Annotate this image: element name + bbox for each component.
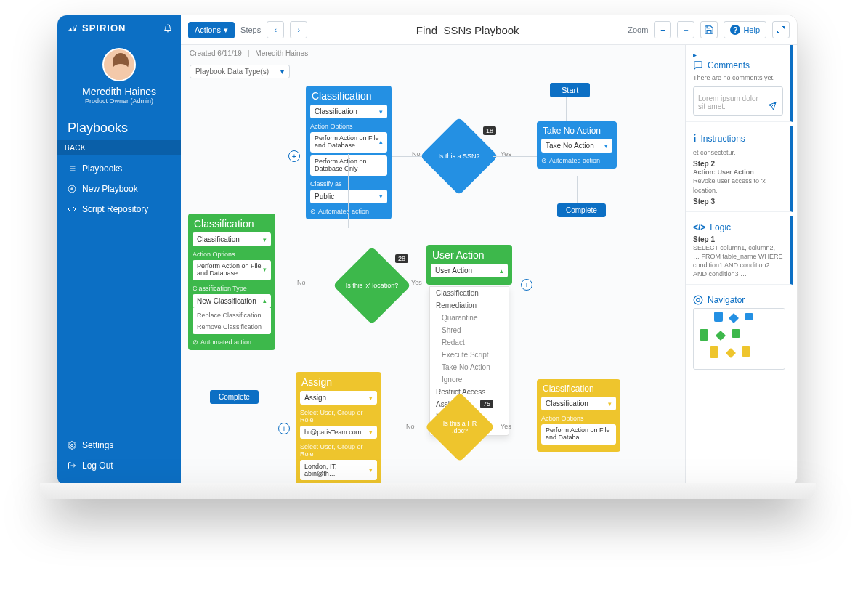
- edge-no-3: No: [406, 423, 415, 430]
- svg-point-2: [694, 296, 702, 304]
- back-bar[interactable]: BACK: [57, 140, 181, 155]
- svg-point-3: [697, 299, 700, 302]
- svg-point-1: [71, 445, 73, 447]
- brand-logo: SPIRION: [66, 23, 126, 33]
- profile: Meredith Haines Product Owner (Admin): [57, 41, 181, 113]
- node-take-no-action[interactable]: Take No Action Take No Action▾ ⊘ Automat…: [537, 121, 617, 169]
- nav-new-playbook[interactable]: New Playbook: [57, 179, 181, 199]
- nav-playbooks[interactable]: Playbooks: [57, 158, 181, 179]
- panel-navigator: Navigator: [686, 289, 793, 376]
- bell-icon[interactable]: [163, 24, 172, 33]
- steps-label: Steps: [240, 25, 261, 34]
- help-button[interactable]: ? Help: [724, 21, 766, 38]
- select-action-opt-y[interactable]: Perform Action on File and Databa…: [541, 424, 616, 445]
- info-icon: i: [693, 132, 696, 145]
- send-icon[interactable]: [766, 102, 778, 110]
- nav-script-repo[interactable]: Script Repository: [57, 199, 181, 219]
- badge-28: 28: [395, 254, 408, 263]
- complete-1[interactable]: Complete: [557, 203, 606, 217]
- select-classification[interactable]: Classification▾: [310, 105, 387, 118]
- fullscreen-button[interactable]: [772, 21, 790, 38]
- badge-75: 75: [480, 400, 493, 408]
- data-type-select[interactable]: Playbook Data Type(s)▾: [190, 65, 290, 78]
- node-classification-green[interactable]: Classification Classification▾ Action Op…: [188, 214, 275, 350]
- add-node-button[interactable]: +: [288, 150, 300, 162]
- sidebar: SPIRION Meredith Haines Product Owner (A…: [57, 15, 181, 486]
- node-classification-blue[interactable]: Classification Classification▾ Action Op…: [306, 86, 392, 219]
- panel-comments: ▸ Comments There are no comments yet. Lo…: [686, 45, 793, 122]
- meta-row: Created 6/11/19 | Meredith Haines: [181, 45, 685, 62]
- select-user2[interactable]: London, IT, abin@th…▾: [300, 460, 377, 480]
- opt-replace[interactable]: Replace Classification: [193, 309, 271, 321]
- select-class-type[interactable]: New Classification▴: [193, 294, 271, 308]
- add-node-button-3[interactable]: +: [278, 423, 290, 434]
- panel-logic: </> Logic Step 1 SELECT column1, column2…: [686, 216, 793, 285]
- nav-logout[interactable]: Log Out: [57, 455, 181, 476]
- mini-map[interactable]: [693, 308, 785, 370]
- start-node[interactable]: Start: [550, 83, 590, 97]
- collapse-icon[interactable]: ▸: [693, 51, 783, 59]
- select-action-opt-g[interactable]: Perform Action on File and Database▾: [193, 260, 271, 280]
- zoom-in-button[interactable]: +: [654, 21, 671, 38]
- help-icon: ?: [730, 25, 740, 35]
- profile-role: Product Owner (Admin): [63, 97, 175, 105]
- select-classify-as[interactable]: Public▾: [310, 190, 387, 203]
- actions-button[interactable]: Actions ▾: [188, 22, 235, 38]
- select-classification-g[interactable]: Classification▾: [193, 232, 271, 246]
- step-prev-button[interactable]: ‹: [267, 21, 284, 38]
- target-icon: [693, 295, 703, 305]
- panel-instructions: i Instructions et consectetur. Step 2 Ac…: [686, 126, 793, 212]
- edge-no-2: No: [297, 279, 306, 286]
- save-button[interactable]: [700, 21, 718, 38]
- opt-remove[interactable]: Remove Classification: [193, 321, 271, 333]
- avatar[interactable]: [102, 48, 136, 81]
- nav-settings[interactable]: Settings: [57, 435, 181, 455]
- node-assign[interactable]: Assign Assign▾ Select User, Group or Rol…: [296, 372, 381, 486]
- code-icon: </>: [693, 222, 705, 232]
- select-assign[interactable]: Assign▾: [300, 391, 377, 405]
- check-automated[interactable]: ⊘ Automated action: [310, 206, 387, 215]
- badge-18: 18: [483, 126, 496, 135]
- node-classification-yellow[interactable]: Classification Classification▾ Action Op…: [537, 379, 620, 452]
- select-take-no-action[interactable]: Take No Action▾: [541, 139, 612, 153]
- node-user-action[interactable]: User Action User Action▴: [426, 245, 512, 285]
- select-user-action[interactable]: User Action▴: [431, 264, 508, 277]
- select-action-opt1[interactable]: Perform Action on File and Database▴: [310, 132, 387, 153]
- comment-icon: [693, 60, 703, 70]
- playbook-title: Find_SSNs Playbook: [313, 24, 622, 36]
- zoom-out-button[interactable]: −: [677, 21, 694, 38]
- select-action-opt2[interactable]: Perform Action on Database Only: [310, 155, 387, 176]
- profile-name: Meredith Haines: [63, 86, 175, 97]
- section-title: Playbooks: [57, 113, 181, 140]
- complete-2[interactable]: Complete: [210, 390, 259, 404]
- right-panel: ▸ Comments There are no comments yet. Lo…: [685, 45, 797, 486]
- canvas[interactable]: Start Classification Classification▾ Act…: [181, 81, 685, 486]
- select-user1[interactable]: hr@parisTeam.com▾: [300, 426, 377, 439]
- select-classification-y[interactable]: Classification▾: [541, 397, 616, 410]
- zoom-label: Zoom: [628, 25, 648, 34]
- edge-no: No: [412, 150, 421, 158]
- topbar: Actions ▾ Steps ‹ › Find_SSNs Playbook Z…: [181, 15, 797, 45]
- main: Actions ▾ Steps ‹ › Find_SSNs Playbook Z…: [181, 15, 797, 486]
- chevron-down-icon: ▾: [280, 68, 284, 76]
- add-node-button-2[interactable]: +: [521, 279, 532, 291]
- chevron-down-icon: ▾: [224, 25, 228, 35]
- step-next-button[interactable]: ›: [290, 21, 307, 38]
- comment-input[interactable]: Lorem ipsum dolor sit amet.: [693, 86, 783, 115]
